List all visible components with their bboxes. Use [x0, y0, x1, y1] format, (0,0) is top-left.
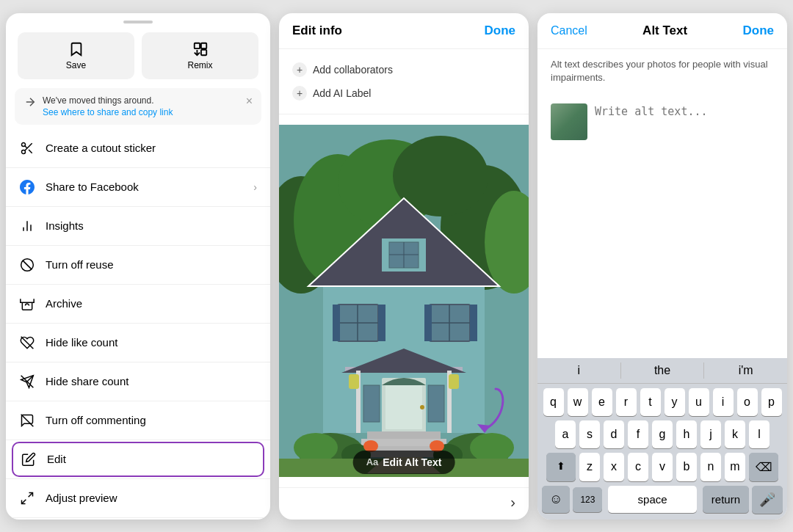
svg-rect-63 [367, 431, 441, 439]
menu-item-hide-like-count[interactable]: Hide like count [6, 325, 270, 360]
menu-label-hide-share-count: Hide share count [46, 375, 257, 387]
key-k[interactable]: k [725, 420, 745, 448]
info-banner: We've moved things around. See where to … [15, 88, 261, 125]
menu-label-create-sticker: Create a cutout sticker [46, 142, 257, 154]
nav-chevron-icon[interactable]: › [510, 494, 515, 511]
alt-done-button[interactable]: Done [742, 23, 774, 38]
svg-line-7 [29, 150, 32, 153]
menu-label-hide-like-count: Hide like count [46, 336, 257, 349]
key-o[interactable]: o [737, 388, 758, 416]
key-i[interactable]: i [713, 388, 734, 416]
key-j[interactable]: j [700, 420, 721, 448]
svg-rect-0 [194, 43, 199, 48]
key-x[interactable]: x [604, 453, 624, 481]
suggestion-the[interactable]: the [621, 362, 705, 379]
svg-point-4 [22, 142, 26, 146]
comment-off-icon [19, 412, 35, 429]
menu-item-turn-off-reuse[interactable]: Turn off reuse [6, 247, 270, 283]
key-v[interactable]: v [652, 453, 673, 481]
key-s[interactable]: s [579, 420, 600, 448]
alt-text-input[interactable] [595, 103, 774, 139]
chevron-icon: › [253, 181, 257, 193]
menu-item-adjust-preview[interactable]: Adjust preview [6, 481, 270, 516]
key-n[interactable]: n [700, 453, 721, 481]
key-h[interactable]: h [676, 420, 697, 448]
edit-alt-text-button[interactable]: Aa Edit Alt Text [353, 451, 455, 474]
remix-button[interactable]: Remix [142, 32, 258, 79]
add-ai-label-option[interactable]: + Add AI Label [292, 81, 515, 105]
no-reuse-icon [19, 257, 35, 273]
svg-rect-81 [470, 305, 477, 341]
menu-item-insights[interactable]: Insights [6, 208, 270, 244]
banner-close[interactable]: × [246, 95, 253, 107]
bar-chart-icon [19, 218, 35, 234]
key-row-1: q w e r t y u i o p [540, 388, 784, 416]
key-b[interactable]: b [676, 453, 697, 481]
key-l[interactable]: l [749, 420, 770, 448]
edit-info-panel: Edit info Done + Add collaborators + Add… [279, 13, 529, 520]
keyboard-bottom-row: ☺ 123 space return 🎤 [537, 483, 787, 520]
edit-info-header: Edit info Done [279, 13, 529, 49]
menu-item-archive[interactable]: Archive [6, 286, 270, 321]
key-p[interactable]: p [761, 388, 782, 416]
menu-panel: Save Remix We've moved things around. Se… [6, 13, 270, 520]
key-c[interactable]: c [628, 453, 648, 481]
key-e[interactable]: e [592, 388, 612, 416]
key-r[interactable]: r [616, 388, 637, 416]
menu-label-adjust-preview: Adjust preview [46, 492, 257, 504]
menu-item-edit[interactable]: Edit [12, 442, 264, 477]
remix-icon [192, 41, 209, 57]
banner-content: We've moved things around. See where to … [23, 95, 173, 117]
aa-label: Aa [366, 456, 379, 467]
nums-key[interactable]: 123 [573, 487, 602, 512]
edit-info-done-button[interactable]: Done [485, 23, 516, 38]
svg-rect-80 [424, 305, 432, 341]
add-collaborators-option[interactable]: + Add collaborators [292, 58, 515, 81]
return-key[interactable]: return [703, 486, 749, 513]
shift-key[interactable]: ⬆ [546, 453, 576, 481]
menu-label-insights: Insights [46, 219, 257, 232]
backspace-key[interactable]: ⌫ [749, 453, 778, 481]
svg-rect-67 [449, 374, 459, 389]
key-y[interactable]: y [665, 388, 685, 416]
suggestion-im[interactable]: i'm [704, 362, 787, 379]
svg-line-20 [29, 492, 33, 497]
key-row-3: ⬆ z x c v b n m ⌫ [540, 453, 784, 481]
add-ai-label-text: Add AI Label [313, 87, 371, 99]
save-label: Save [66, 60, 86, 70]
menu-item-hide-share-count[interactable]: Hide share count [6, 364, 270, 399]
key-row-2: a s d f g h j k l [540, 420, 784, 448]
menu-item-turn-off-commenting[interactable]: Turn off commenting [6, 403, 270, 438]
panel-bottom-nav: › [279, 487, 529, 520]
menu-item-share-facebook[interactable]: Share to Facebook › [6, 170, 270, 205]
key-t[interactable]: t [640, 388, 661, 416]
key-u[interactable]: u [689, 388, 709, 416]
plus-icon-2: + [292, 86, 307, 101]
key-f[interactable]: f [628, 420, 648, 448]
svg-rect-2 [200, 49, 206, 54]
keyboard: i the i'm q w e r t y u i o p a s d f [537, 358, 787, 520]
svg-point-69 [294, 433, 338, 462]
alt-cancel-button[interactable]: Cancel [551, 24, 587, 37]
arrow-indicator [463, 382, 507, 443]
emoji-button[interactable]: ☺ [542, 486, 570, 513]
svg-rect-78 [333, 305, 340, 341]
menu-item-create-sticker[interactable]: Create a cutout sticker [6, 131, 270, 166]
suggestion-i[interactable]: i [537, 362, 621, 379]
key-d[interactable]: d [604, 420, 624, 448]
alt-text-title: Alt Text [642, 23, 687, 38]
svg-rect-60 [428, 385, 444, 422]
space-key[interactable]: space [608, 486, 696, 513]
key-z[interactable]: z [579, 453, 600, 481]
keyboard-suggestions: i the i'm [537, 358, 787, 384]
menu-list: Create a cutout sticker Share to Faceboo… [6, 131, 270, 520]
edit-options: + Add collaborators + Add AI Label [279, 49, 529, 114]
banner-text: We've moved things around. See where to … [43, 95, 173, 117]
mic-button[interactable]: 🎤 [752, 486, 783, 514]
key-m[interactable]: m [725, 453, 745, 481]
save-button[interactable]: Save [18, 32, 134, 79]
key-a[interactable]: a [555, 420, 576, 448]
key-g[interactable]: g [652, 420, 673, 448]
key-w[interactable]: w [568, 388, 588, 416]
key-q[interactable]: q [543, 388, 564, 416]
